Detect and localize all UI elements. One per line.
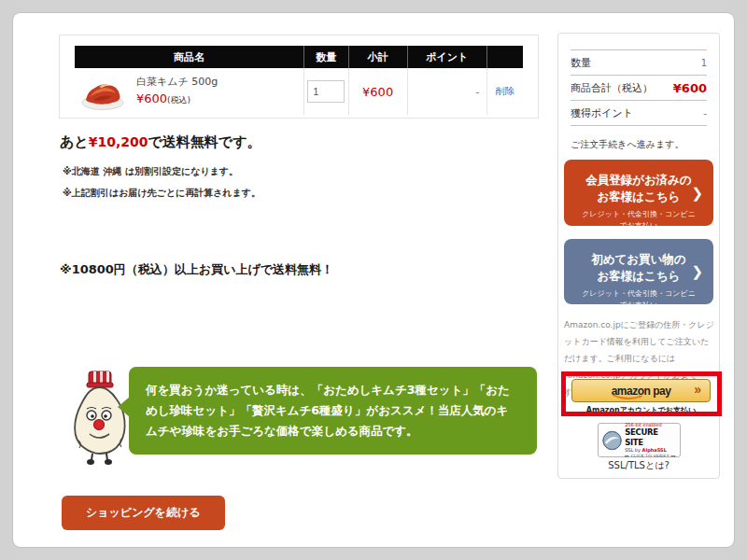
product-price-amount: ¥600 — [136, 91, 167, 105]
shipping-note-recalc: ※上記割引はお届け先ごとに再計算されます。 — [63, 187, 261, 200]
badge-line-verify: ▸▸ CLICK TO VERIFY ◂◂ — [625, 454, 677, 459]
quantity-cell — [303, 68, 348, 115]
quantity-input[interactable] — [307, 80, 345, 103]
proceed-note: ご注文手続きへ進みます。 — [571, 138, 707, 151]
member-button-subtext: クレジット・代金引換・コンビニでお支払い — [564, 209, 713, 231]
col-header-points: ポイント — [407, 46, 487, 68]
chevron-right-icon: ❯ — [691, 263, 703, 280]
amazon-pay-logo: amazon pay — [612, 385, 671, 398]
shipping-note-hokkaido: ※北海道 沖縄 は別割引設定になります。 — [63, 165, 238, 178]
amazon-pay-button[interactable]: amazon pay » — [571, 379, 711, 402]
recommendation-bubble: 何を買おうか迷っている時は、「おためしキムチ3種セット」「おためし珍味セット」「… — [129, 367, 537, 455]
product-price-tax-note: (税込) — [167, 95, 190, 105]
col-header-product: 商品名 — [75, 46, 303, 68]
badge-line-title: SECURE SITE — [625, 427, 677, 447]
alphassl-logo-icon — [601, 429, 623, 452]
ssl-tls-help-link[interactable]: SSL/TLSとは? — [557, 459, 720, 472]
guest-checkout-button[interactable]: 初めてお買い物の お客様はこちら クレジット・代金引換・コンビニでお支払い ❯ — [564, 239, 713, 304]
continue-shopping-button[interactable]: ショッピングを続ける — [62, 496, 225, 530]
order-summary: 数量 1 商品合計（税込） ¥600 獲得ポイント - — [571, 49, 707, 126]
summary-total-value: ¥600 — [673, 81, 707, 95]
summary-row-total: 商品合計（税込） ¥600 — [571, 76, 707, 101]
amazon-smile-icon — [613, 394, 646, 401]
table-row: 白菜キムチ 500g ¥600(税込) ¥600 - 削除 — [75, 68, 523, 115]
double-chevron-icon: » — [694, 382, 701, 397]
amazon-pay-subtext: Amazonアカウントでお支払い — [571, 405, 711, 415]
action-cell: 削除 — [486, 68, 523, 115]
subtotal-value: ¥600 — [362, 85, 393, 99]
shipping-threshold-note: ※10800円（税込）以上お買い上げで送料無料！ — [60, 261, 333, 278]
summary-row-points: 獲得ポイント - — [571, 101, 707, 126]
cart-table: 商品名 数量 小計 ポイント 白菜キムチ 500g ¥600(税込) — [59, 35, 539, 119]
summary-label: 数量 — [571, 56, 591, 70]
product-name: 白菜キムチ 500g — [136, 74, 218, 91]
product-price: ¥600(税込) — [136, 90, 218, 109]
recommendation-text: 何を買おうか迷っている時は、「おためしキムチ3種セット」「おためし珍味セット」「… — [146, 383, 510, 438]
mascot-cap — [87, 371, 113, 387]
headline-suffix: で送料無料です。 — [148, 133, 261, 150]
guest-button-subtext: クレジット・代金引換・コンビニでお支払い — [564, 288, 713, 311]
headline-amount: ¥10,200 — [89, 134, 148, 149]
chevron-right-icon: ❯ — [691, 185, 703, 202]
product-cell: 白菜キムチ 500g ¥600(税込) — [75, 68, 303, 115]
summary-value: - — [703, 108, 707, 119]
secure-site-badge[interactable]: 256-bit enabled SECURE SITE SSL by Alpha… — [598, 423, 681, 457]
subtotal-cell: ¥600 — [348, 68, 407, 115]
product-image-kimchi — [80, 72, 125, 111]
col-header-subtotal: 小計 — [348, 46, 407, 68]
col-header-action — [486, 46, 523, 68]
member-checkout-button[interactable]: 会員登録がお済みの お客様はこちら クレジット・代金引換・コンビニでお支払い ❯ — [564, 160, 713, 226]
summary-label: 獲得ポイント — [571, 106, 633, 120]
bubble-tail — [118, 397, 130, 417]
badge-text: 256-bit enabled SECURE SITE SSL by Alpha… — [625, 422, 677, 458]
points-cell: - — [407, 68, 487, 115]
delete-link[interactable]: 削除 — [496, 85, 514, 98]
free-shipping-headline: あと¥10,200で送料無料です。 — [60, 133, 261, 151]
summary-row-quantity: 数量 1 — [571, 50, 707, 76]
cart-table-header: 商品名 数量 小計 ポイント — [75, 46, 523, 68]
col-header-quantity: 数量 — [303, 46, 348, 68]
points-value: - — [408, 86, 487, 98]
summary-value: 1 — [701, 58, 707, 68]
headline-prefix: あと — [60, 133, 89, 150]
summary-label: 商品合計（税込） — [571, 81, 653, 95]
